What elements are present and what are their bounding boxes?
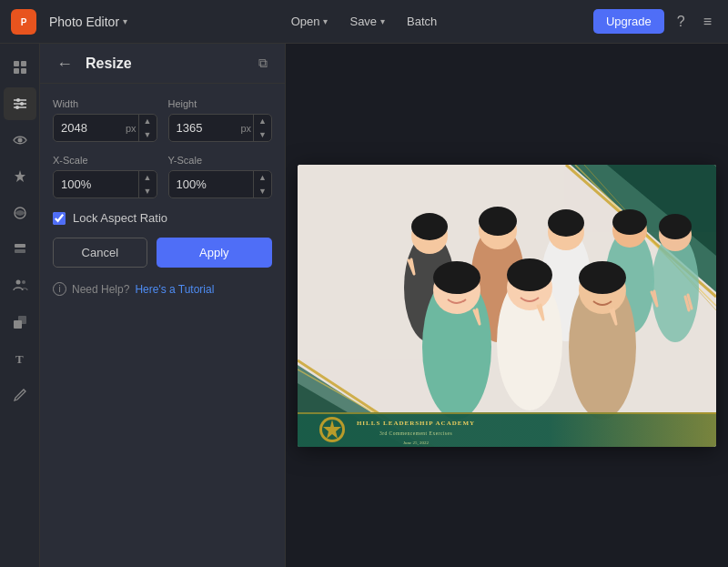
- svg-rect-2: [14, 61, 19, 66]
- svg-text:3rd Commencement Exercises: 3rd Commencement Exercises: [379, 430, 452, 436]
- scale-row: X-Scale ▲ ▼ Y-Scale ▲: [53, 155, 272, 198]
- svg-point-49: [433, 261, 480, 294]
- panel-header: ← Resize ⧉: [40, 44, 285, 84]
- sidebar-eye-btn[interactable]: [4, 124, 36, 157]
- height-input-wrap: px ▲ ▼: [168, 114, 273, 142]
- photo-frame: HILLS LEADERSHIP ACADEMY 3rd Commencemen…: [298, 165, 716, 447]
- svg-rect-57: [298, 412, 716, 447]
- svg-text:HILLS LEADERSHIP ACADEMY: HILLS LEADERSHIP ACADEMY: [357, 420, 475, 427]
- svg-rect-5: [21, 68, 26, 74]
- panel-back-button[interactable]: ←: [53, 54, 76, 74]
- panel-body: Width px ▲ ▼ Height px: [40, 84, 285, 282]
- yscale-spinners: ▲ ▼: [253, 171, 271, 197]
- svg-point-40: [548, 209, 584, 237]
- height-down-button[interactable]: ▼: [254, 128, 271, 142]
- svg-point-17: [15, 280, 20, 285]
- save-chevron-icon: ▾: [380, 16, 385, 26]
- svg-rect-4: [14, 68, 19, 74]
- main-area: T ← Resize ⧉ Width px: [0, 44, 728, 567]
- xscale-up-button[interactable]: ▲: [139, 171, 157, 185]
- lock-aspect-row: Lock Aspect Ratio: [53, 211, 272, 225]
- svg-rect-64: [298, 412, 716, 414]
- svg-point-46: [659, 214, 692, 239]
- svg-point-37: [479, 207, 517, 236]
- height-up-button[interactable]: ▲: [254, 115, 271, 128]
- app-title-label: Photo Editor: [49, 15, 119, 29]
- help-button[interactable]: ?: [672, 10, 691, 34]
- sidebar-home-btn[interactable]: [4, 51, 36, 84]
- upgrade-button[interactable]: Upgrade: [593, 9, 664, 34]
- svg-point-9: [20, 102, 24, 106]
- xscale-group: X-Scale ▲ ▼: [53, 155, 157, 198]
- sidebar-effects-btn[interactable]: [4, 197, 36, 229]
- batch-button[interactable]: Batch: [398, 10, 446, 33]
- svg-point-34: [411, 213, 448, 240]
- svg-point-12: [17, 138, 22, 143]
- xscale-label: X-Scale: [53, 155, 157, 166]
- app-title-button[interactable]: Photo Editor ▾: [44, 11, 133, 33]
- svg-point-52: [507, 258, 552, 291]
- sidebar-people-btn[interactable]: [4, 269, 36, 302]
- height-unit: px: [240, 123, 253, 134]
- yscale-input[interactable]: [169, 172, 254, 197]
- svg-point-11: [15, 106, 19, 109]
- lock-aspect-checkbox[interactable]: [53, 212, 66, 225]
- app-title-chevron: ▾: [123, 16, 127, 26]
- sidebar-magic-btn[interactable]: [4, 160, 36, 193]
- svg-point-7: [16, 98, 20, 102]
- xscale-down-button[interactable]: ▼: [139, 185, 157, 198]
- yscale-label: Y-Scale: [168, 155, 273, 166]
- panel-copy-button[interactable]: ⧉: [254, 53, 272, 74]
- yscale-down-button[interactable]: ▼: [254, 185, 271, 198]
- help-info-icon: i: [53, 282, 66, 296]
- tutorial-link[interactable]: Here's a Tutorial: [135, 283, 214, 296]
- svg-marker-13: [15, 170, 25, 182]
- lock-aspect-label: Lock Aspect Ratio: [73, 211, 167, 225]
- width-spinners: ▲ ▼: [138, 115, 157, 141]
- resize-panel: ← Resize ⧉ Width px ▲ ▼: [40, 44, 286, 567]
- brand-logo: P: [11, 9, 36, 35]
- sidebar-objects-btn[interactable]: [4, 306, 36, 339]
- height-group: Height px ▲ ▼: [168, 98, 273, 142]
- width-input[interactable]: [54, 116, 126, 140]
- svg-point-43: [612, 209, 647, 235]
- action-row: Cancel Apply: [53, 238, 272, 268]
- cancel-button[interactable]: Cancel: [53, 238, 147, 268]
- yscale-up-button[interactable]: ▲: [254, 171, 271, 185]
- width-unit: px: [126, 123, 138, 134]
- open-chevron-icon: ▾: [323, 16, 328, 26]
- panel-title: Resize: [86, 56, 245, 72]
- xscale-input-wrap: ▲ ▼: [53, 170, 157, 198]
- sidebar-layers-btn[interactable]: [4, 233, 36, 266]
- xscale-input[interactable]: [54, 172, 138, 197]
- icon-sidebar: T: [0, 44, 40, 567]
- height-input[interactable]: [169, 116, 241, 140]
- width-down-button[interactable]: ▼: [139, 128, 157, 142]
- width-group: Width px ▲ ▼: [53, 98, 157, 142]
- apply-button[interactable]: Apply: [157, 238, 272, 268]
- topbar-right: Upgrade ? ≡: [593, 9, 717, 34]
- sidebar-text-btn[interactable]: T: [4, 342, 36, 375]
- menu-button[interactable]: ≡: [698, 10, 717, 34]
- sidebar-draw-btn[interactable]: [4, 379, 36, 411]
- canvas-area[interactable]: HILLS LEADERSHIP ACADEMY 3rd Commencemen…: [286, 44, 728, 567]
- width-up-button[interactable]: ▲: [139, 115, 157, 128]
- sidebar-adjustments-btn[interactable]: [4, 87, 36, 120]
- svg-rect-16: [15, 249, 25, 253]
- save-button[interactable]: Save ▾: [340, 10, 394, 33]
- svg-point-55: [579, 261, 626, 294]
- open-label: Open: [291, 15, 320, 28]
- save-label: Save: [349, 15, 377, 28]
- open-button[interactable]: Open ▾: [282, 10, 338, 33]
- dimensions-row: Width px ▲ ▼ Height px: [53, 98, 272, 142]
- svg-point-18: [22, 280, 25, 284]
- svg-rect-15: [15, 244, 25, 248]
- svg-rect-3: [21, 61, 26, 66]
- height-label: Height: [168, 98, 273, 109]
- help-text: Need Help?: [72, 283, 129, 296]
- yscale-input-wrap: ▲ ▼: [168, 170, 273, 198]
- yscale-group: Y-Scale ▲ ▼: [168, 155, 273, 198]
- topbar: P Photo Editor ▾ Open ▾ Save ▾ Batch Upg…: [0, 0, 728, 44]
- height-spinners: ▲ ▼: [253, 115, 271, 141]
- topbar-center-actions: Open ▾ Save ▾ Batch: [282, 10, 447, 33]
